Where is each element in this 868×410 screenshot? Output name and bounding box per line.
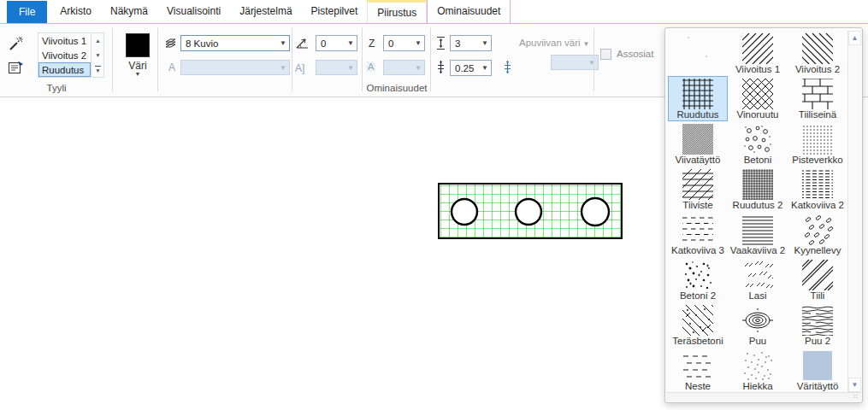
- pattern-label: Tiili: [811, 290, 825, 302]
- pattern-teräsbetoni[interactable]: Teräsbetoni: [668, 302, 728, 348]
- scroll-down-button[interactable]: ▼: [848, 378, 861, 392]
- pattern-puu-2[interactable]: Puu 2: [788, 302, 847, 348]
- pattern-swatch-icon: [802, 79, 833, 109]
- tab-arkisto[interactable]: Arkisto: [50, 0, 101, 23]
- properties-button[interactable]: [5, 58, 26, 77]
- text-style-label: A: [168, 62, 175, 73]
- pattern-label: Pisteverkko: [792, 155, 842, 166]
- pattern-swatch-icon: [682, 33, 713, 64]
- style-item-viivoitus-1[interactable]: Viivoitus 1: [38, 33, 91, 48]
- pattern-viivoitus-1[interactable]: Viivoitus 1: [728, 31, 788, 76]
- group-label-ominaisuudet: Ominaisuudet: [157, 83, 636, 93]
- pattern-combo[interactable]: 8 Kuvio ▼: [180, 35, 290, 51]
- pattern-betoni[interactable]: Betoni: [728, 121, 788, 167]
- pattern-swatch-icon: [682, 260, 713, 290]
- style-item-viivoitus-2[interactable]: Viivoitus 2: [38, 48, 91, 62]
- height-combo[interactable]: 3 ▼: [450, 35, 492, 51]
- hatched-text-combo[interactable]: ▼: [383, 60, 425, 75]
- pattern-label: Tiiliseinä: [799, 109, 836, 120]
- tab-ominaisuudet[interactable]: Ominaisuudet: [427, 0, 511, 23]
- spacing-value: 0.25: [455, 63, 474, 73]
- spacing-combo[interactable]: 0.25 ▼: [450, 60, 492, 76]
- scroll-up-button[interactable]: ▲: [92, 33, 103, 48]
- pattern-swatch-icon: [802, 260, 833, 290]
- hatched-text-label: A: [366, 62, 375, 72]
- pattern-vaakaviiva-2[interactable]: Vaakaviiva 2: [728, 212, 788, 257]
- pattern-label: Puu: [749, 336, 766, 347]
- pattern-label: Viivatäyttö: [676, 155, 721, 166]
- hole-circle[interactable]: [516, 199, 541, 225]
- pattern-pisteverkko[interactable]: Pisteverkko: [788, 121, 847, 167]
- pattern-katkoviiva-3[interactable]: Katkoviiva 3: [668, 212, 728, 257]
- tab-file[interactable]: File: [7, 1, 47, 23]
- flyout-footer: ∷: [666, 392, 861, 401]
- spacing-icon: [435, 60, 446, 74]
- chevron-down-icon: ▼: [481, 39, 488, 47]
- chevron-down-icon[interactable]: ▼: [114, 71, 162, 77]
- pattern-vinoruutu[interactable]: Vinoruutu: [728, 76, 788, 121]
- pattern-betoni-2[interactable]: Betoni 2: [668, 257, 728, 302]
- pattern-swatch-icon: [802, 350, 833, 381]
- pattern-swatch-icon: [742, 169, 773, 200]
- pattern-viivatäyttö[interactable]: Viivatäyttö: [668, 121, 728, 167]
- pattern-tiiliseinä[interactable]: Tiiliseinä: [788, 76, 847, 121]
- text-frame-combo[interactable]: ▼: [316, 60, 357, 75]
- pattern-kyynellevy[interactable]: Kyynellevy: [788, 212, 847, 257]
- tab-järjestelmä[interactable]: Järjestelmä: [230, 0, 301, 23]
- spacing-toggle-button[interactable]: [499, 59, 515, 75]
- group-label-tyyli: Tyyli: [0, 83, 113, 93]
- associative-checkbox[interactable]: [600, 49, 611, 60]
- tab-piirustus[interactable]: Piirustus: [367, 0, 427, 23]
- pattern-combo-value: 8 Kuvio: [186, 38, 218, 49]
- color-button[interactable]: Väri: [114, 60, 162, 72]
- pattern-label: Puu 2: [805, 336, 830, 347]
- angle-combo[interactable]: 0 ▼: [316, 35, 357, 51]
- pattern-label: Ruudutus 2: [733, 200, 783, 211]
- chevron-down-icon: ▼: [415, 39, 422, 47]
- scroll-up-button[interactable]: ▲: [848, 31, 861, 45]
- pattern-none[interactable]: [668, 31, 728, 76]
- resize-grip[interactable]: ∷: [853, 393, 859, 401]
- text-style-combo[interactable]: ▼: [180, 60, 290, 75]
- pattern-swatch-icon: [742, 260, 773, 290]
- layers-icon: [163, 38, 178, 50]
- pattern-väritäyttö[interactable]: Väritäyttö: [788, 348, 847, 393]
- format-painter-button[interactable]: [5, 34, 26, 53]
- hole-circle[interactable]: [452, 199, 477, 225]
- pattern-swatch-icon: [802, 305, 833, 336]
- pattern-swatch-icon: [742, 124, 773, 155]
- pattern-swatch-icon: [742, 214, 773, 245]
- tab-pistepilvet[interactable]: Pistepilvet: [302, 0, 368, 23]
- hole-circle[interactable]: [582, 198, 609, 226]
- pattern-tiili[interactable]: Tiili: [788, 257, 847, 302]
- pattern-viivoitus-2[interactable]: Viivoitus 2: [788, 31, 847, 76]
- style-item-ruudutus[interactable]: Ruudutus: [38, 62, 91, 77]
- pattern-ruudutus-2[interactable]: Ruudutus 2: [728, 167, 788, 212]
- pattern-grid: Viivoitus 1Viivoitus 2RuudutusVinoruutuT…: [668, 31, 847, 393]
- pattern-katkoviiva-2[interactable]: Katkoviiva 2: [788, 167, 847, 212]
- pattern-tiiviste[interactable]: Tiiviste: [668, 167, 728, 212]
- z-label: Z: [369, 38, 375, 50]
- tab-näkymä[interactable]: Näkymä: [101, 0, 157, 23]
- spacing-icon: [502, 60, 513, 74]
- guide-color-combo[interactable]: ▼: [551, 55, 599, 70]
- drawing-canvas[interactable]: [432, 177, 629, 247]
- text-frame-label: A]: [295, 62, 304, 74]
- pattern-label: Katkoviiva 3: [671, 245, 724, 256]
- scroll-down-button[interactable]: ▼: [92, 48, 103, 62]
- pattern-label: Hiekka: [742, 381, 772, 392]
- tab-visualisointi[interactable]: Visualisointi: [157, 0, 230, 23]
- guide-color-dropdown[interactable]: Apuviivan väri▼: [519, 38, 590, 48]
- properties-icon: [8, 61, 24, 75]
- pattern-lasi[interactable]: Lasi: [728, 257, 788, 302]
- pattern-hiekka[interactable]: Hiekka: [728, 348, 788, 393]
- pattern-swatch-icon: [682, 124, 713, 155]
- flyout-scrollbar[interactable]: ▲ ▼: [847, 31, 860, 393]
- group-divider: [292, 28, 292, 91]
- z-combo[interactable]: 0 ▼: [383, 35, 425, 51]
- pattern-swatch-icon: [682, 169, 713, 200]
- gallery-more-button[interactable]: ▼: [92, 62, 103, 77]
- pattern-neste[interactable]: Neste: [668, 348, 728, 393]
- pattern-ruudutus[interactable]: Ruudutus: [668, 76, 728, 121]
- pattern-puu[interactable]: Puu: [728, 302, 788, 348]
